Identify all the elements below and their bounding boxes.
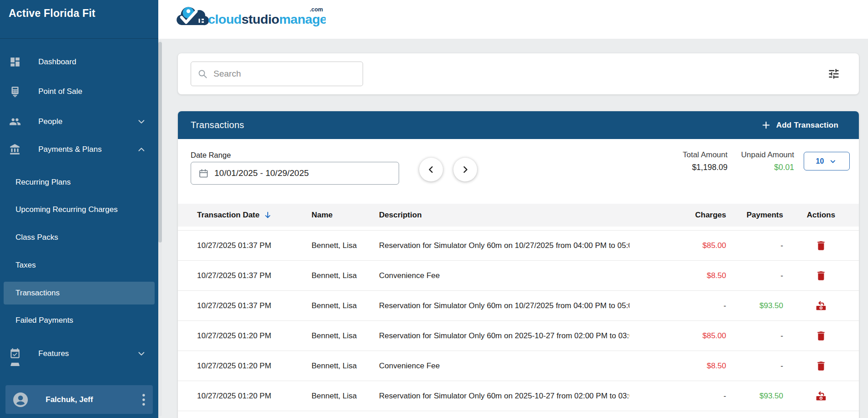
people-icon [9,116,21,128]
column-header-payments: Payments [726,211,783,220]
sidebar-item-payments-plans[interactable]: Payments & Plans [0,142,158,157]
chevron-down-icon [828,157,837,166]
transactions-panel: Transactions Add Transaction Date Range … [178,111,859,418]
cell-transaction-date: 10/27/2025 01:37 PM [178,271,312,280]
page-size-value: 10 [816,157,824,165]
kebab-menu-icon[interactable] [142,393,146,407]
column-header-name: Name [312,211,379,220]
logo[interactable]: cloudstudiomanager .com [175,4,326,32]
column-header-charges: Charges [629,211,726,220]
sidebar-subitem-failed-payments[interactable]: Failed Payments [4,309,155,332]
date-range-label: Date Range [191,151,231,160]
sidebar-subitem-class-packs[interactable]: Class Packs [4,226,155,249]
chevron-up-icon [136,144,146,155]
cell-name: Bennett, Lisa [312,361,379,371]
cell-description: Reservation for Simulator Only 60m on 20… [379,392,629,401]
subitem-label: Failed Payments [16,316,73,325]
cell-charges: $8.50 [629,271,726,280]
plus-icon [762,121,770,129]
delete-transaction-button[interactable] [815,240,827,252]
dashboard-icon [9,56,21,68]
total-amount-label: Total Amount [683,150,728,160]
scrollbar-thumb[interactable] [158,42,162,243]
panel-title: Transactions [191,120,244,130]
sidebar-item-label: People [38,117,62,126]
cell-name: Bennett, Lisa [312,241,379,250]
cell-name: Bennett, Lisa [312,301,379,310]
previous-page-button[interactable] [419,158,443,181]
sidebar-divider [0,38,158,39]
subitem-label: Taxes [16,261,36,270]
total-amount-value: $1,198.09 [683,163,728,172]
table-row: 10/27/2025 01:37 PM Bennett, Lisa Reserv… [178,231,859,261]
sidebar-item-label: Dashboard [38,57,76,67]
svg-text:cloudstudiomanager: cloudstudiomanager [208,12,326,26]
sidebar-item-point-of-sale[interactable]: Point of Sale [0,84,158,99]
add-transaction-label: Add Transaction [776,121,838,130]
subitem-label: Transactions [16,289,60,298]
sidebar-subitem-taxes[interactable]: Taxes [4,254,155,277]
column-label: Transaction Date [197,211,260,220]
search-icon [198,69,208,79]
add-transaction-button[interactable]: Add Transaction [762,111,838,139]
table-header: Transaction Date Name Description Charge… [178,204,859,227]
cell-description: Reservation for Simulator Only 60m on 20… [379,331,629,341]
filter-tune-icon[interactable] [827,67,840,80]
user-menu[interactable]: Falchuk, Jeff [5,385,153,414]
cell-charges: $85.00 [629,241,726,250]
cell-name: Bennett, Lisa [312,331,379,341]
cell-charges: - [629,392,726,401]
delete-transaction-button[interactable] [815,330,827,342]
table-body: 10/27/2025 01:37 PM Bennett, Lisa Reserv… [178,230,859,411]
cell-actions [783,300,859,312]
cell-actions [783,390,859,402]
search-card [178,53,859,94]
svg-text:.com: .com [310,6,323,13]
cell-transaction-date: 10/27/2025 01:20 PM [178,392,312,401]
next-page-button[interactable] [453,158,477,181]
column-header-transaction-date[interactable]: Transaction Date [178,211,312,220]
sidebar-item-features[interactable]: Features [0,346,158,361]
content-scrollbar [158,40,162,416]
subitem-label: Class Packs [16,233,58,242]
cell-description: Convenience Fee [379,271,629,280]
refund-transaction-button[interactable] [815,390,827,402]
cell-payments: - [726,241,783,250]
search-box[interactable] [191,62,363,86]
cell-transaction-date: 10/27/2025 01:37 PM [178,241,312,250]
cell-payments: $93.50 [726,392,783,401]
delete-transaction-button[interactable] [815,360,827,372]
cell-charges: - [629,301,726,310]
unpaid-amount: Unpaid Amount $0.01 [741,150,794,172]
top-bar: cloudstudiomanager .com [158,0,868,39]
page-size-dropdown[interactable]: 10 [804,152,850,170]
table-row: 10/27/2025 01:20 PM Bennett, Lisa Conven… [178,351,859,381]
cell-payments: - [726,361,783,371]
total-amount: Total Amount $1,198.09 [683,150,728,172]
sidebar-item-people[interactable]: People [0,114,158,129]
store-icon-partial [9,361,21,366]
table-row: 10/27/2025 01:37 PM Bennett, Lisa Reserv… [178,291,859,321]
logo-icon [177,7,209,25]
chevron-down-icon [136,349,146,359]
cell-name: Bennett, Lisa [312,392,379,401]
cell-payments: - [726,271,783,280]
cell-transaction-date: 10/27/2025 01:20 PM [178,331,312,341]
delete-transaction-button[interactable] [815,270,827,282]
date-range-input[interactable]: 10/01/2025 - 10/29/2025 [191,162,399,185]
sidebar-subitem-upcoming-recurring-charges[interactable]: Upcoming Recurring Charges [4,198,155,221]
cell-description: Convenience Fee [379,361,629,371]
refund-transaction-button[interactable] [815,300,827,312]
search-input[interactable] [213,69,350,79]
sidebar-subitem-transactions[interactable]: Transactions [4,282,155,304]
table-row: 10/27/2025 01:20 PM Bennett, Lisa Reserv… [178,381,859,411]
cell-actions [783,360,859,372]
cell-actions [783,240,859,252]
unpaid-amount-value: $0.01 [741,163,794,172]
sidebar-item-dashboard[interactable]: Dashboard [0,54,158,70]
sidebar-subitem-recurring-plans[interactable]: Recurring Plans [4,171,155,194]
avatar [13,392,28,408]
date-range-value: 10/01/2025 - 10/29/2025 [214,168,309,178]
sidebar-item-label: Features [38,349,69,358]
cell-name: Bennett, Lisa [312,271,379,280]
